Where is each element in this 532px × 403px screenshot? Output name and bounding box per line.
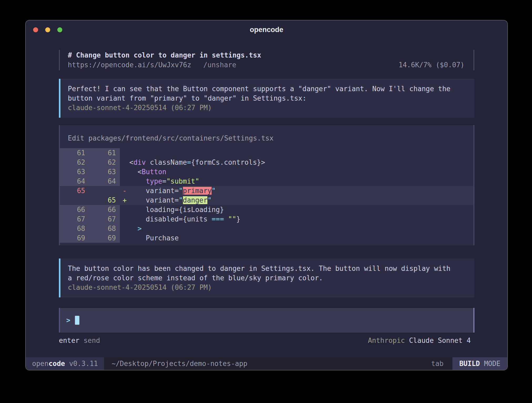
text-cursor [75,316,79,325]
diff-row: 65- variant="primary" [60,186,473,195]
status-bar: opencode v0.3.11 ~/Desktop/Projects/demo… [26,357,507,370]
diff-row: 6666 loading={isLoading} [60,205,473,214]
window-title: opencode [250,26,283,34]
message-line: a red/rose color scheme instead of the b… [68,273,467,283]
zoom-window-button[interactable] [57,27,62,32]
close-window-button[interactable] [33,27,38,32]
app-name-open: open [32,360,49,368]
share-url[interactable]: https://opencode.ai/s/UwJxv76z [68,60,191,70]
enter-key-hint: enter [59,337,79,344]
diff-row: 6262<div className={formCs.controls}> [60,158,473,167]
status-bar-right: tab BUILD MODE [431,357,507,370]
session-content: # Change button color to danger in setti… [26,39,507,357]
title-bar: opencode [26,20,507,39]
model-name: Claude Sonnet 4 [409,337,471,344]
send-label: send [84,337,100,344]
cwd-path: ~/Desktop/Projects/demo-notes-app [111,357,247,370]
diff-row: 6969 Purchase [60,233,473,243]
diff-row: 6767 disabled={units === ""} [60,214,473,224]
prompt-char: > [66,316,70,324]
message-line: button variant from "primary" to "danger… [68,94,467,103]
diff-view: 61616262<div className={formCs.controls}… [60,148,473,243]
mode-secondary: MODE [484,360,500,368]
session-header: # Change button color to danger in setti… [59,50,474,70]
edit-tool-header: Edit packages/frontend/src/containers/Se… [60,133,473,143]
diff-row: 6464 type="submit" [60,177,473,186]
minimize-window-button[interactable] [45,27,50,32]
opencode-window: opencode # Change button color to danger… [25,20,508,370]
diff-row: 6161 [60,148,473,158]
prompt-input[interactable]: > [59,308,474,333]
session-meta-row: https://opencode.ai/s/UwJxv76z /unshare … [60,60,473,70]
app-version-chip: opencode v0.3.11 [26,357,104,370]
diff-row: 65+ variant="danger" [60,195,473,205]
message-text: Perfect! I can see that the Button compo… [68,84,467,103]
app-version: v0.3.11 [69,360,98,368]
model-provider: Anthropic [368,337,405,344]
edit-tool-card: Edit packages/frontend/src/containers/Se… [59,125,474,245]
hint-row: enter send Anthropic Claude Sonnet 4 [59,336,474,345]
message-text: The button color has been changed to dan… [68,264,467,283]
diff-row: 6868 > [60,224,473,233]
token-usage: 14.6K/7% ($0.07) [399,60,464,70]
message-line: Perfect! I can see that the Button compo… [68,84,467,94]
model-indicator: Anthropic Claude Sonnet 4 [368,336,471,345]
message-meta: claude-sonnet-4-20250514 (06:27 PM) [68,103,467,112]
mode-primary: BUILD [459,360,480,368]
assistant-message-1: Perfect! I can see that the Button compo… [59,79,474,118]
assistant-message-2: The button color has been changed to dan… [59,259,474,297]
diff-row: 6363 <Button [60,167,473,177]
app-name-code: code [49,360,65,368]
unshare-command[interactable]: /unshare [203,60,236,70]
tab-key-hint: tab [431,357,443,370]
traffic-lights [33,20,62,39]
send-hint: enter send [59,336,100,345]
message-line: The button color has been changed to dan… [68,264,467,273]
build-mode-chip[interactable]: BUILD MODE [452,357,507,370]
session-title: # Change button color to danger in setti… [60,50,473,60]
message-meta: claude-sonnet-4-20250514 (06:27 PM) [68,283,467,292]
